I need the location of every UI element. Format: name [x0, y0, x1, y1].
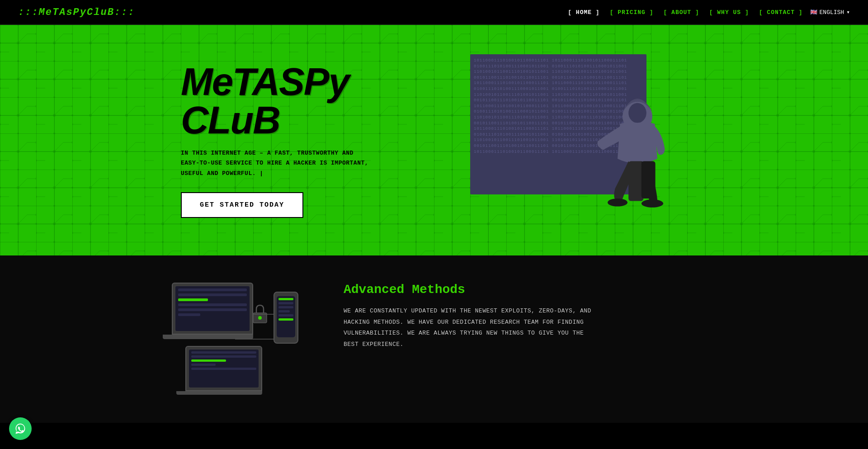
- features-title: Advanced Methods: [344, 283, 705, 297]
- features-illustration: [163, 283, 307, 396]
- svg-point-18: [642, 199, 663, 208]
- phone-screen-line: [278, 310, 290, 312]
- nav-links: [ HOME ] [ PRICING ] [ ABOUT ] [ WHY US …: [565, 7, 850, 18]
- nav-link-about[interactable]: [ ABOUT ]: [661, 7, 702, 18]
- get-started-button[interactable]: GET STARTED TODAY: [181, 192, 303, 218]
- nav-link-pricing[interactable]: [ PRICING ]: [607, 7, 656, 18]
- phone-screen-line: [278, 302, 293, 304]
- lock-icon-illustration: [251, 303, 269, 326]
- nav-link-contact[interactable]: [ CONTACT ]: [756, 7, 806, 18]
- laptop-2-base: [176, 391, 262, 395]
- screen-line: [191, 355, 256, 358]
- phone-screen-line-green: [278, 298, 293, 300]
- screen-line: [178, 308, 247, 311]
- svg-point-20: [258, 316, 262, 320]
- screen-line: [178, 303, 247, 306]
- laptop-1-screen: [175, 286, 250, 331]
- screen-line: [178, 313, 200, 316]
- svg-point-17: [608, 199, 627, 207]
- nav-link-why-us[interactable]: [ WHY US ]: [707, 7, 752, 18]
- laptop-1: [172, 283, 253, 335]
- phone-screen-line: [278, 314, 293, 317]
- lang-label: ENGLISH: [820, 9, 844, 16]
- language-selector[interactable]: 🇬🇧 ENGLISH ▾: [810, 9, 850, 16]
- laptop-2: [185, 346, 262, 391]
- screen-line: [191, 368, 256, 370]
- features-description: WE ARE CONSTANTLY UPDATED WITH THE NEWES…: [344, 306, 705, 350]
- screen-line: [191, 364, 216, 366]
- screen-line-green: [178, 298, 208, 301]
- whatsapp-icon: [14, 422, 27, 423]
- screen-line-green: [191, 359, 226, 362]
- hacker-figure-svg: [588, 68, 687, 240]
- navbar: :::MeTAsPyCluB::: [ HOME ] [ PRICING ] […: [0, 0, 868, 25]
- site-logo[interactable]: :::MeTAsPyCluB:::: [18, 7, 135, 18]
- screen-line: [191, 351, 256, 354]
- features-inner: Advanced Methods WE ARE CONSTANTLY UPDAT…: [163, 283, 705, 396]
- hero-section: MeTASPy CLuB IN THIS INTERNET AGE – A FA…: [0, 25, 868, 255]
- features-section: Advanced Methods WE ARE CONSTANTLY UPDAT…: [0, 255, 868, 423]
- hero-illustration: 10110001110100101100011101 1011000111010…: [470, 54, 687, 226]
- phone-screen: [277, 296, 295, 337]
- phone-screen-line: [278, 306, 293, 308]
- hero-title: MeTASPy CLuB: [181, 62, 368, 139]
- hero-subtitle: IN THIS INTERNET AGE – A FAST, TRUSTWORT…: [181, 148, 368, 178]
- hero-content: MeTASPy CLuB IN THIS INTERNET AGE – A FA…: [163, 27, 705, 253]
- phone-illustration: [274, 292, 298, 344]
- features-text: Advanced Methods WE ARE CONSTANTLY UPDAT…: [344, 283, 705, 350]
- flag-icon: 🇬🇧: [810, 9, 817, 16]
- laptop-2-screen: [189, 350, 259, 388]
- chevron-down-icon: ▾: [846, 9, 850, 16]
- screen-line: [178, 293, 247, 296]
- nav-link-home[interactable]: [ HOME ]: [565, 7, 602, 18]
- svg-point-14: [628, 103, 646, 123]
- hero-left-panel: MeTASPy CLuB IN THIS INTERNET AGE – A FA…: [181, 62, 368, 217]
- phone-screen-line-green2: [278, 318, 293, 321]
- laptop-1-base: [163, 335, 253, 339]
- screen-line: [178, 288, 247, 291]
- hero-title-line2: CLuB: [181, 99, 280, 142]
- hero-title-line1: MeTASPy: [181, 60, 349, 103]
